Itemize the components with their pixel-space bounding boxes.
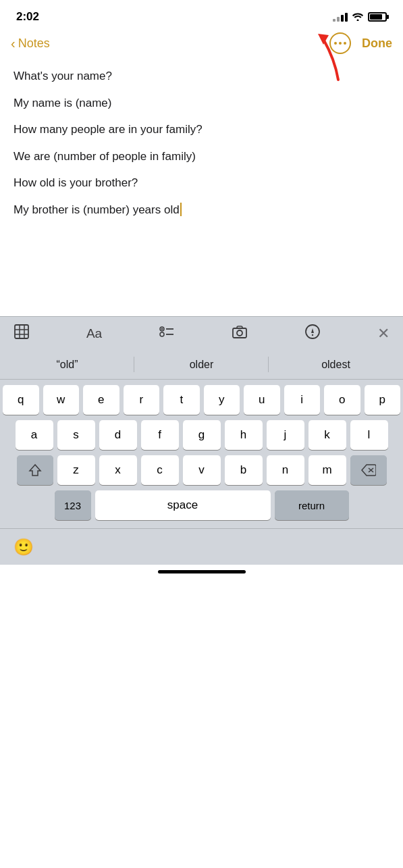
autocomplete-bar: “old” older oldest — [0, 350, 403, 380]
battery-icon — [368, 12, 387, 22]
svg-point-9 — [160, 332, 164, 336]
back-label: Notes — [18, 36, 50, 51]
emoji-bar: 🙂 — [0, 528, 403, 565]
autocomplete-item-2[interactable]: older — [134, 352, 269, 378]
back-button[interactable]: ‹ Notes — [11, 36, 50, 51]
key-f[interactable]: f — [141, 420, 179, 450]
svg-point-14 — [312, 334, 313, 336]
note-line-3: How many people are in your family? — [14, 121, 389, 138]
home-indicator — [0, 565, 403, 582]
status-time: 2:02 — [16, 10, 39, 24]
key-q[interactable]: q — [3, 385, 39, 415]
key-d[interactable]: d — [99, 420, 137, 450]
status-icons — [333, 11, 387, 23]
key-r[interactable]: r — [124, 385, 160, 415]
key-p[interactable]: p — [365, 385, 401, 415]
checklist-icon[interactable] — [156, 321, 178, 346]
camera-icon[interactable] — [229, 321, 250, 346]
key-a[interactable]: a — [16, 420, 53, 450]
key-c[interactable]: c — [141, 455, 179, 485]
key-b[interactable]: b — [225, 455, 263, 485]
return-key[interactable]: return — [275, 490, 349, 520]
key-e[interactable]: e — [83, 385, 119, 415]
key-z[interactable]: z — [57, 455, 95, 485]
note-line-4: We are (number of people in family) — [14, 148, 389, 165]
space-key[interactable]: space — [95, 490, 271, 520]
keyboard-row-1: q w e r t y u i o p — [3, 385, 400, 415]
keyboard-row-2: a s d f g h j k l — [3, 420, 400, 450]
key-n[interactable]: n — [267, 455, 304, 485]
key-v[interactable]: v — [183, 455, 221, 485]
key-i[interactable]: i — [284, 385, 321, 415]
signal-icon — [333, 13, 348, 22]
nav-right-actions: Done — [329, 32, 392, 54]
note-line-1: What's your name? — [14, 68, 389, 85]
keyboard-row-3: z x c v b n m — [3, 455, 400, 485]
svg-marker-0 — [318, 34, 329, 45]
key-u[interactable]: u — [244, 385, 280, 415]
backspace-key[interactable] — [350, 455, 387, 485]
table-icon[interactable] — [11, 321, 32, 346]
keyboard-toolbar: Aa ✕ — [0, 316, 403, 350]
note-content[interactable]: What's your name? My name is (name) How … — [0, 59, 403, 316]
keyboard: q w e r t y u i o p a s d f g h j k l z … — [0, 380, 403, 528]
key-m[interactable]: m — [308, 455, 346, 485]
more-options-button[interactable] — [329, 32, 351, 54]
key-w[interactable]: w — [43, 385, 80, 415]
key-y[interactable]: y — [204, 385, 240, 415]
note-line-6: My brother is (number) years old — [14, 201, 389, 219]
back-chevron-icon: ‹ — [11, 36, 16, 51]
autocomplete-item-1[interactable]: “old” — [0, 352, 134, 378]
key-x[interactable]: x — [99, 455, 137, 485]
key-t[interactable]: t — [163, 385, 200, 415]
key-h[interactable]: h — [225, 420, 263, 450]
wifi-icon — [352, 11, 364, 23]
home-bar — [158, 570, 246, 573]
close-keyboard-icon[interactable]: ✕ — [375, 322, 392, 345]
key-j[interactable]: j — [267, 420, 304, 450]
nav-bar: ‹ Notes Done — [0, 30, 403, 59]
svg-rect-1 — [15, 325, 28, 338]
shift-key[interactable] — [17, 455, 53, 485]
svg-point-12 — [237, 330, 242, 336]
done-button[interactable]: Done — [362, 36, 392, 51]
numbers-key[interactable]: 123 — [55, 490, 91, 520]
key-g[interactable]: g — [183, 420, 221, 450]
format-text-icon[interactable]: Aa — [84, 324, 105, 344]
status-bar: 2:02 — [0, 0, 403, 30]
key-k[interactable]: k — [308, 420, 346, 450]
svg-point-7 — [161, 328, 163, 330]
ellipsis-icon — [334, 42, 346, 45]
note-line-5: How old is your brother? — [14, 174, 389, 192]
markup-icon[interactable] — [302, 321, 323, 346]
keyboard-row-4: 123 space return — [3, 490, 400, 520]
autocomplete-item-3[interactable]: oldest — [269, 352, 403, 378]
text-cursor — [180, 203, 182, 216]
note-line-2: My name is (name) — [14, 95, 389, 112]
key-s[interactable]: s — [57, 420, 95, 450]
key-l[interactable]: l — [350, 420, 388, 450]
key-o[interactable]: o — [324, 385, 360, 415]
emoji-button[interactable]: 🙂 — [14, 538, 34, 557]
